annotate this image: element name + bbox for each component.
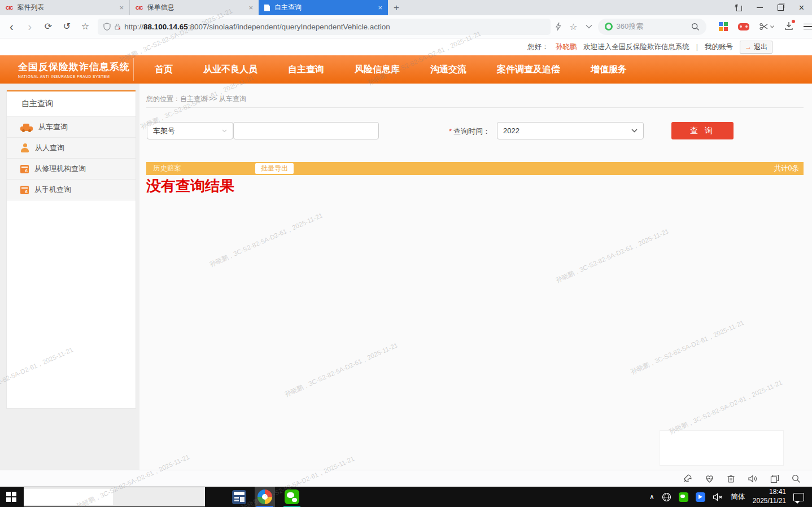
sidebar-item-person-query[interactable]: 从人查询	[7, 138, 136, 159]
results-total: 共计0条	[774, 164, 799, 173]
results-bar-title: 历史赔案	[153, 164, 181, 173]
taskbar: ∧ 简体 18:41 2025/11/21	[0, 487, 812, 507]
notification-center-icon[interactable]	[793, 493, 804, 501]
batch-export-button[interactable]: 批量导出	[255, 163, 294, 174]
repair-org-icon	[20, 165, 29, 173]
query-time-select[interactable]: 2022	[497, 122, 644, 139]
menu-button[interactable]	[804, 24, 812, 30]
trash-icon[interactable]	[727, 474, 735, 483]
username: 孙晓鹏	[556, 42, 577, 52]
vin-input[interactable]	[239, 126, 373, 136]
tab-independent-query-active[interactable]: 自主查询 ×	[259, 0, 388, 15]
tab-close-icon[interactable]: ×	[248, 3, 253, 12]
logo-subtitle: NATIONAL ANTI INSURANCE FRAUD SYSTEM	[18, 75, 133, 78]
browser-footer-toolbar	[0, 470, 812, 487]
maximize-button[interactable]	[770, 0, 791, 15]
nav-item-independent-query[interactable]: 自主查询	[273, 64, 339, 76]
sidebar-item-phone-query[interactable]: 从手机查询	[7, 180, 136, 200]
undo-button[interactable]: ↺	[58, 22, 76, 31]
blank-popup-box	[660, 430, 784, 466]
query-time-value: 2022	[503, 126, 519, 135]
new-tab-button[interactable]: +	[388, 0, 405, 15]
browser-search-box[interactable]: 360搜索	[598, 19, 707, 35]
sidebar-title: 自主查询	[7, 91, 136, 117]
field-type-select[interactable]: 车架号	[147, 122, 233, 139]
refresh-button[interactable]: ⟳	[39, 22, 58, 31]
network-globe-icon[interactable]	[662, 492, 671, 502]
search-box-blank	[24, 489, 113, 505]
health-heart-icon[interactable]	[705, 474, 714, 483]
welcome-text: 欢迎进入全国反保险欺诈信息系统	[583, 42, 689, 52]
taskbar-wechat-button[interactable]	[282, 487, 302, 507]
nav-item-value-added[interactable]: 增值服务	[575, 64, 642, 76]
bookmark-star-button[interactable]: ☆	[76, 22, 95, 31]
tab-case-list[interactable]: CIC 案件列表 ×	[0, 0, 129, 15]
taskbar-calculator-button[interactable]	[229, 487, 249, 507]
360-browser-icon	[257, 489, 272, 504]
query-button[interactable]: 查 询	[671, 122, 734, 139]
tray-wechat-icon[interactable]	[679, 492, 688, 502]
tray-blue-app-icon[interactable]	[696, 492, 705, 502]
taskbar-search-box[interactable]	[24, 487, 205, 506]
document-favicon-icon	[264, 5, 270, 11]
tray-expand-chevron-icon[interactable]: ∧	[649, 493, 654, 501]
search-icon[interactable]	[691, 23, 700, 31]
page-search-icon[interactable]	[792, 474, 801, 483]
nav-items: 首页 从业不良人员 自主查询 风险信息库 沟通交流 案件调查及追偿 增值服务	[139, 64, 642, 76]
downloads-button[interactable]	[784, 21, 793, 32]
user-bar: 您好： 孙晓鹏 欢迎进入全国反保险欺诈信息系统 | 我的账号 → 退出	[0, 38, 812, 55]
multi-window-icon[interactable]	[770, 474, 779, 483]
muted-speaker-icon[interactable]	[713, 493, 723, 501]
my-account-link[interactable]: 我的账号	[705, 42, 733, 52]
logout-button[interactable]: → 退出	[740, 41, 772, 54]
nav-item-bad-practitioners[interactable]: 从业不良人员	[188, 64, 273, 76]
logout-arrow-icon: →	[745, 43, 752, 51]
back-button[interactable]: ‹	[2, 21, 21, 32]
tab-close-icon[interactable]: ×	[378, 3, 382, 12]
sidebar-item-vehicle-query[interactable]: 从车查询	[7, 117, 136, 138]
main-content: 您的位置：自主查询 >> 从车查询 车架号 *查询时间： 2022 查 询 历史…	[139, 84, 812, 470]
results-header-bar: 历史赔案 批量导出 共计0条	[146, 162, 804, 175]
games-gamepad-icon[interactable]	[738, 23, 749, 30]
start-button[interactable]	[0, 487, 23, 507]
browser-skin-button[interactable]	[728, 0, 749, 15]
sidebar-item-label: 从车查询	[38, 122, 68, 132]
close-window-button[interactable]: ×	[791, 0, 812, 15]
lightning-icon[interactable]	[555, 22, 561, 31]
speaker-icon[interactable]	[748, 474, 758, 483]
browser-address-bar: ‹ › ⟳ ↺ ☆ http://88.100.14.65:8007/sinoi…	[0, 15, 812, 38]
ime-language-badge[interactable]: 简体	[731, 492, 745, 502]
sidebar: 自主查询 从车查询 从人查询 从修理机构查询 从手机查询	[7, 90, 136, 408]
nav-item-risk-info[interactable]: 风险信息库	[339, 64, 415, 76]
nav-item-home[interactable]: 首页	[139, 64, 188, 76]
tab-title: 保单信息	[147, 3, 245, 12]
apps-grid-icon[interactable]	[719, 22, 728, 31]
maximize-icon	[778, 5, 784, 11]
empty-result-text: 没有查询结果	[146, 176, 234, 196]
close-icon: ×	[799, 3, 804, 13]
boost-rocket-icon[interactable]	[683, 474, 692, 483]
calculator-icon	[232, 490, 246, 504]
tab-close-icon[interactable]: ×	[119, 3, 124, 12]
forward-button[interactable]: ›	[21, 21, 40, 32]
breadcrumb: 您的位置：自主查询 >> 从车查询	[146, 94, 246, 104]
divider: |	[696, 43, 698, 51]
sidebar-item-label: 从修理机构查询	[34, 164, 86, 174]
screenshot-scissors-button[interactable]	[759, 23, 774, 30]
taskbar-clock[interactable]: 18:41 2025/11/21	[753, 488, 786, 505]
select-caret-icon	[631, 129, 638, 133]
wechat-icon	[285, 489, 299, 504]
main-navigation: 全国反保险欺诈信息系统 NATIONAL ANTI INSURANCE FRAU…	[0, 55, 812, 84]
tab-policy-info[interactable]: CIC 保单信息 ×	[129, 0, 259, 15]
minimize-button[interactable]	[749, 0, 770, 15]
greeting-label: 您好：	[527, 42, 549, 52]
chevron-down-icon[interactable]	[586, 24, 592, 29]
nav-item-communication[interactable]: 沟通交流	[415, 64, 482, 76]
field-type-value: 车架号	[153, 126, 175, 136]
sidebar-item-label: 从人查询	[35, 143, 64, 153]
taskbar-browser-button[interactable]	[255, 487, 275, 507]
favorite-star-icon[interactable]: ☆	[569, 21, 577, 32]
sidebar-item-repair-org-query[interactable]: 从修理机构查询	[7, 159, 136, 180]
url-field[interactable]: http://88.100.14.65:8007/sinoiaaf/indepe…	[98, 19, 551, 35]
nav-item-case-investigation[interactable]: 案件调查及追偿	[482, 64, 575, 76]
